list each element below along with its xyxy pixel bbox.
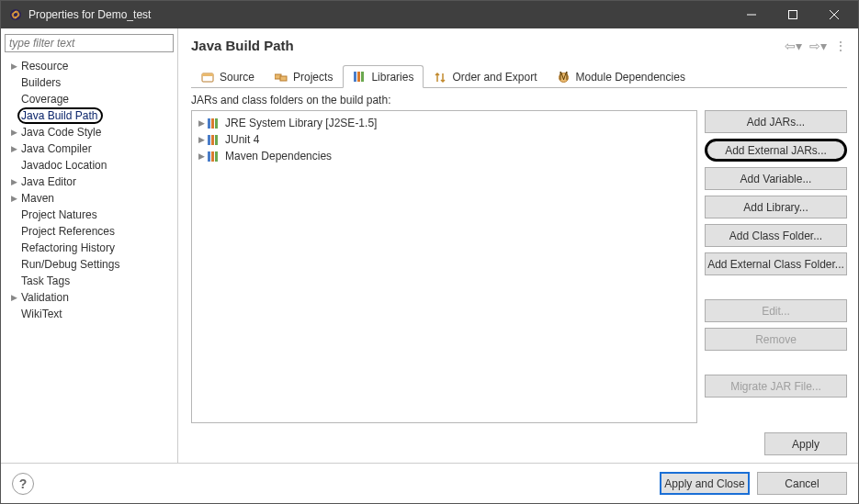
- svg-rect-23: [211, 151, 214, 162]
- expand-icon: ▶: [196, 118, 207, 128]
- svg-rect-22: [208, 151, 210, 162]
- nav-item-validation[interactable]: ▶Validation: [6, 289, 174, 306]
- nav-item-wikitext[interactable]: WikiText: [6, 306, 174, 322]
- add-library-button[interactable]: Add Library...: [705, 196, 847, 218]
- forward-icon[interactable]: ⇨▾: [809, 39, 827, 53]
- library-icon: [207, 133, 221, 146]
- add-class-folder-button[interactable]: Add Class Folder...: [705, 224, 847, 247]
- add-external-jars-button[interactable]: Add External JARs...: [705, 139, 847, 162]
- left-panel: type filter text ▶ResourceBuildersCovera…: [1, 28, 178, 463]
- header-toolbar: ⇦▾ ⇨▾ ⋮: [785, 39, 847, 53]
- nav-item-java-editor[interactable]: ▶Java Editor: [6, 174, 174, 190]
- projects-icon: [275, 71, 288, 84]
- nav-item-label: Resource: [19, 60, 68, 73]
- nav-item-run-debug-settings[interactable]: Run/Debug Settings: [6, 256, 174, 273]
- window-title: Properties for Demo_test: [28, 8, 730, 21]
- svg-rect-21: [215, 135, 218, 145]
- library-item[interactable]: ▶JRE System Library [J2SE-1.5]: [196, 115, 693, 131]
- minimize-button[interactable]: [730, 1, 772, 28]
- svg-rect-4: [788, 11, 797, 19]
- svg-rect-19: [208, 135, 210, 145]
- add-jars-button[interactable]: Add JARs...: [705, 110, 847, 133]
- nav-item-label: Java Compiler: [19, 142, 92, 155]
- expand-icon: ▶: [196, 135, 207, 144]
- spacer: [705, 281, 847, 294]
- nav-item-label: Project Natures: [19, 208, 97, 221]
- tab-label: Source: [220, 71, 254, 84]
- nav-item-label: Task Tags: [19, 274, 70, 287]
- library-icon: [207, 150, 221, 162]
- expand-icon: ▶: [8, 177, 19, 186]
- svg-rect-18: [215, 118, 218, 129]
- apply-and-close-button[interactable]: Apply and Close: [660, 472, 750, 495]
- nav-item-refactoring-history[interactable]: Refactoring History: [6, 240, 174, 256]
- eclipse-icon: [8, 7, 23, 22]
- library-label: JRE System Library [J2SE-1.5]: [225, 117, 377, 129]
- right-panel: Java Build Path ⇦▾ ⇨▾ ⋮ SourceProjectsLi…: [178, 28, 858, 463]
- nav-item-java-code-style[interactable]: ▶Java Code Style: [6, 124, 174, 140]
- nav-item-java-build-path[interactable]: Java Build Path: [6, 107, 174, 124]
- nav-item-maven[interactable]: ▶Maven: [6, 190, 174, 207]
- svg-rect-8: [202, 73, 213, 76]
- button-column: Add JARs... Add External JARs... Add Var…: [705, 110, 847, 423]
- svg-rect-10: [280, 76, 287, 81]
- apply-row: Apply: [191, 423, 847, 455]
- library-label: JUnit 4: [225, 133, 259, 146]
- view-menu-icon[interactable]: ⋮: [834, 39, 847, 53]
- remove-button: Remove: [705, 328, 847, 351]
- help-button[interactable]: ?: [12, 473, 34, 495]
- expand-icon: ▶: [8, 194, 19, 203]
- order-icon: [434, 71, 447, 84]
- expand-icon: ▶: [8, 144, 19, 153]
- nav-item-label: Javadoc Location: [19, 159, 107, 172]
- nav-item-project-references[interactable]: Project References: [6, 223, 174, 240]
- cancel-button[interactable]: Cancel: [757, 472, 847, 495]
- dialog-footer: ? Apply and Close Cancel: [1, 463, 858, 503]
- nav-item-task-tags[interactable]: Task Tags: [6, 273, 174, 289]
- nav-item-coverage[interactable]: Coverage: [6, 91, 174, 107]
- svg-rect-16: [208, 118, 210, 129]
- migrate-jar-button: Migrate JAR File...: [705, 375, 847, 398]
- nav-item-javadoc-location[interactable]: Javadoc Location: [6, 157, 174, 174]
- tab-module-dependencies[interactable]: MModule Dependencies: [547, 65, 695, 88]
- nav-item-label: Coverage: [19, 93, 69, 106]
- svg-rect-11: [354, 72, 356, 82]
- back-icon[interactable]: ⇦▾: [785, 39, 802, 53]
- add-external-class-folder-button[interactable]: Add External Class Folder...: [705, 252, 847, 275]
- nav-item-project-natures[interactable]: Project Natures: [6, 207, 174, 223]
- tab-order-and-export[interactable]: Order and Export: [424, 65, 547, 88]
- library-icon: [353, 70, 367, 84]
- libraries-tree[interactable]: ▶JRE System Library [J2SE-1.5]▶JUnit 4▶M…: [191, 110, 697, 423]
- module-icon: M: [557, 71, 571, 84]
- spacer: [705, 356, 847, 369]
- titlebar: Properties for Demo_test: [1, 1, 858, 28]
- tab-libraries[interactable]: Libraries: [343, 65, 424, 88]
- library-item[interactable]: ▶JUnit 4: [196, 131, 693, 148]
- tab-label: Module Dependencies: [575, 71, 684, 84]
- nav-item-java-compiler[interactable]: ▶Java Compiler: [6, 140, 174, 157]
- close-button[interactable]: [813, 1, 854, 28]
- library-label: Maven Dependencies: [225, 150, 332, 162]
- nav-item-label: Refactoring History: [19, 241, 115, 254]
- nav-item-label: Java Code Style: [19, 126, 101, 139]
- svg-text:M: M: [559, 71, 569, 83]
- libraries-area: ▶JRE System Library [J2SE-1.5]▶JUnit 4▶M…: [191, 110, 847, 423]
- maximize-button[interactable]: [772, 1, 813, 28]
- nav-tree[interactable]: ▶ResourceBuildersCoverageJava Build Path…: [5, 58, 174, 457]
- filter-input[interactable]: type filter text: [5, 34, 174, 52]
- source-icon: [201, 71, 215, 84]
- nav-item-builders[interactable]: Builders: [6, 74, 174, 91]
- tab-projects[interactable]: Projects: [265, 65, 343, 88]
- apply-button[interactable]: Apply: [764, 432, 847, 455]
- nav-item-resource[interactable]: ▶Resource: [6, 58, 174, 74]
- tab-source[interactable]: Source: [191, 65, 265, 88]
- nav-item-label: Project References: [19, 225, 115, 238]
- add-variable-button[interactable]: Add Variable...: [705, 167, 847, 190]
- svg-rect-20: [211, 135, 214, 145]
- svg-rect-12: [357, 72, 360, 82]
- library-item[interactable]: ▶Maven Dependencies: [196, 148, 693, 164]
- page-title: Java Build Path: [191, 38, 785, 53]
- nav-item-label: Run/Debug Settings: [19, 258, 119, 271]
- properties-dialog: Properties for Demo_test type filter tex…: [0, 0, 859, 504]
- section-label: JARs and class folders on the build path…: [191, 94, 847, 106]
